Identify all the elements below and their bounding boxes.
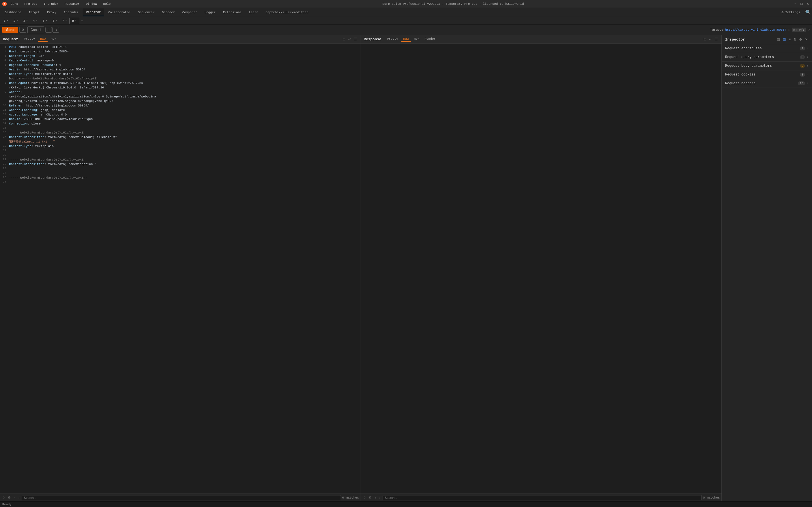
request-search-prev[interactable]: ‹	[13, 496, 16, 500]
tab-logger[interactable]: Logger	[201, 8, 219, 16]
menu-window[interactable]: Window	[84, 2, 99, 6]
request-tab-hex[interactable]: Hex	[49, 37, 59, 42]
tab-repeater[interactable]: Repeater	[83, 8, 104, 16]
close-tab-5[interactable]: ×	[46, 19, 47, 22]
search-icon[interactable]: 🔍	[805, 10, 811, 15]
repeater-tab-3[interactable]: 3 ×	[20, 18, 31, 24]
repeater-tab-6[interactable]: 6 ×	[50, 18, 60, 24]
request-tool-wrap[interactable]: ⊡	[342, 37, 346, 41]
close-button[interactable]: ✕	[806, 2, 810, 6]
request-search-next[interactable]: ›	[17, 496, 21, 500]
add-tab-button[interactable]: +	[79, 18, 85, 24]
target-url[interactable]: http://target.yijinglab.com:50854	[725, 28, 786, 32]
request-tab-pretty[interactable]: Pretty	[22, 37, 38, 42]
close-tab-7[interactable]: ×	[65, 19, 67, 22]
nav-prev-button[interactable]: ‹	[45, 27, 52, 33]
line-17b: 密码都是value_or_1.txt "	[0, 139, 361, 144]
response-search-prev[interactable]: ‹	[374, 496, 377, 500]
repeater-tab-2[interactable]: 2 ×	[11, 18, 21, 24]
repeater-tab-5[interactable]: 5 ×	[40, 18, 50, 24]
menu-project[interactable]: Project	[22, 2, 40, 6]
close-tab-8[interactable]: ×	[75, 19, 77, 22]
repeater-tab-4[interactable]: 4 ×	[31, 18, 40, 24]
inspector-section-cookies-header[interactable]: Request cookies 1 ›	[722, 70, 812, 79]
close-tab-1[interactable]: ×	[7, 19, 8, 22]
repeater-tab-1[interactable]: 1 ×	[1, 18, 11, 24]
minimize-button[interactable]: −	[794, 2, 797, 6]
response-tool-wrap[interactable]: ⊡	[703, 37, 707, 41]
request-tool-indent[interactable]: ↵	[347, 37, 352, 41]
inspector-section-query-chevron: ›	[807, 55, 809, 59]
inspector-section-attributes-header[interactable]: Request attributes 2 ›	[722, 44, 812, 53]
http-version[interactable]: HTTP/1	[792, 27, 806, 32]
inspector-section-attributes-chevron: ›	[807, 47, 809, 50]
request-help-icon[interactable]: ?	[2, 496, 6, 500]
request-tab-raw[interactable]: Raw	[38, 37, 48, 42]
response-editor[interactable]	[361, 44, 721, 494]
line-6: 6 Origin: http://target.yijinglab.com:50…	[0, 67, 361, 72]
settings-button[interactable]: ⚙	[19, 27, 26, 33]
response-search-settings[interactable]: ⚙	[368, 495, 373, 500]
http-version-help-icon[interactable]: ?	[808, 28, 810, 32]
menu-burp[interactable]: Burp	[8, 2, 20, 6]
line-9c: ge/apng,*/*;q=0.8,application/signed-exc…	[0, 99, 361, 103]
tab-learn[interactable]: Learn	[246, 8, 262, 16]
inspector-section-body-header[interactable]: Request body parameters 2 ›	[722, 62, 812, 70]
inspector-view-toggle-2[interactable]: ▤	[782, 37, 786, 42]
response-tool-indent[interactable]: ↵	[708, 37, 713, 41]
response-help-icon[interactable]: ?	[363, 496, 366, 500]
inspector-format-btn[interactable]: ≡	[788, 37, 792, 42]
maximize-button[interactable]: □	[800, 2, 804, 6]
tab-settings[interactable]: ⚙ Settings	[778, 8, 804, 16]
nav-buttons: ‹ ›	[45, 27, 59, 33]
response-tool-menu[interactable]: ☰	[714, 37, 719, 41]
line-25: 25 ------WebKitFormBoundaryQeJY162zAhxyz…	[0, 175, 361, 180]
tab-extensions[interactable]: Extensions	[220, 8, 245, 16]
tab-sequencer[interactable]: Sequencer	[135, 8, 158, 16]
request-tool-menu[interactable]: ☰	[353, 37, 358, 41]
target-edit-icon[interactable]: ✏	[788, 28, 790, 32]
inspector-view-toggle-1[interactable]: ▤	[776, 37, 781, 42]
close-tab-4[interactable]: ×	[36, 19, 38, 22]
line-9b: text/html,application/xhtml+xml,applicat…	[0, 94, 361, 99]
tab-comparer[interactable]: Comparer	[179, 8, 201, 16]
tab-dashboard[interactable]: Dashboard	[1, 8, 24, 16]
tab-decoder[interactable]: Decoder	[158, 8, 178, 16]
status-text: Ready	[2, 503, 11, 506]
send-button[interactable]: Send	[2, 27, 18, 33]
request-search-count: 0 matches	[342, 496, 359, 499]
close-tab-3[interactable]: ×	[26, 19, 28, 22]
line-16: 16 ------WebKitFormBoundaryQeJY162zAhxyz…	[0, 130, 361, 135]
menu-help[interactable]: Help	[101, 2, 113, 6]
request-editor[interactable]: 1 POST /doUpload.action HTTP/1.1 2 Host:…	[0, 44, 361, 494]
nav-next-button[interactable]: ›	[52, 27, 59, 33]
response-tab-render[interactable]: Render	[422, 37, 438, 42]
tab-intruder[interactable]: Intruder	[60, 8, 82, 16]
inspector-section-attributes: Request attributes 2 ›	[722, 44, 812, 53]
response-search-next[interactable]: ›	[378, 496, 382, 500]
response-search-input[interactable]	[383, 495, 702, 500]
inspector-section-query-header[interactable]: Request query parameters 0 ›	[722, 53, 812, 61]
line-19: 19	[0, 149, 361, 153]
response-tab-raw[interactable]: Raw	[401, 37, 411, 42]
request-search-settings[interactable]: ⚙	[7, 495, 12, 500]
inspector-sort-btn[interactable]: ⇅	[793, 37, 797, 42]
tab-target[interactable]: Target	[25, 8, 43, 16]
inspector-close-btn[interactable]: ✕	[804, 37, 809, 42]
cancel-button[interactable]: Cancel	[28, 26, 44, 33]
request-search-input[interactable]	[22, 495, 341, 500]
tab-captcha-killer[interactable]: captcha-killer-modified	[262, 8, 312, 16]
inspector-section-headers-header[interactable]: Request headers 13 ›	[722, 79, 812, 88]
tab-proxy[interactable]: Proxy	[44, 8, 60, 16]
repeater-tab-8[interactable]: 8 ×	[69, 18, 79, 24]
request-panel-tools: ⊡ ↵ ☰	[342, 37, 358, 41]
response-tab-pretty[interactable]: Pretty	[385, 37, 400, 42]
inspector-settings-btn[interactable]: ⚙	[798, 37, 803, 42]
tab-collaborator[interactable]: Collaborator	[105, 8, 134, 16]
close-tab-2[interactable]: ×	[16, 19, 18, 22]
repeater-tab-7[interactable]: 7 ×	[60, 18, 70, 24]
close-tab-6[interactable]: ×	[56, 19, 57, 22]
menu-repeater[interactable]: Repeater	[62, 2, 82, 6]
menu-intruder[interactable]: Intruder	[42, 2, 61, 6]
response-tab-hex[interactable]: Hex	[412, 37, 422, 42]
